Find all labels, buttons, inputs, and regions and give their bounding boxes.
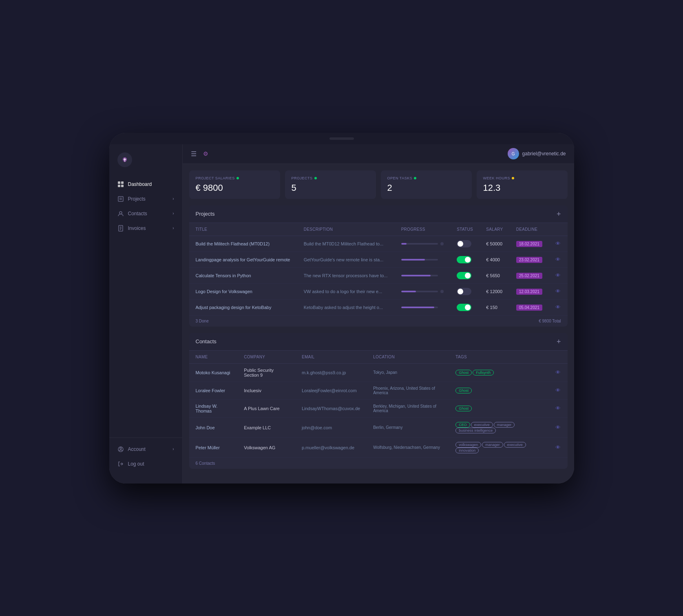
view-icon[interactable]: 👁 (555, 424, 561, 431)
hours-dot (512, 177, 514, 179)
contact-row: Lindsay W. Thomas A Plus Lawn Care Linds… (189, 399, 568, 417)
sidebar-item-account[interactable]: Account › (109, 442, 182, 457)
view-icon[interactable]: 👁 (555, 241, 561, 247)
projects-header: Projects + (189, 205, 568, 223)
stat-card-tasks: OPEN TASKS 2 (381, 170, 472, 199)
contacts-count: 6 Contacts (196, 461, 215, 466)
project-status[interactable] (450, 283, 480, 299)
project-progress (395, 267, 451, 283)
contact-view[interactable]: 👁 (549, 437, 567, 457)
project-status[interactable] (450, 252, 480, 267)
projects-add-button[interactable]: + (557, 210, 561, 218)
projects-section: Projects + Title Description Progress St… (189, 205, 568, 327)
contact-row: Motoko Kusanagi Public Security Section … (189, 363, 568, 382)
svg-rect-1 (121, 181, 124, 184)
status-toggle[interactable] (457, 288, 471, 295)
project-deadline: 12.03.2021 (510, 283, 549, 299)
view-icon[interactable]: 👁 (555, 405, 561, 411)
svg-rect-3 (121, 185, 124, 187)
project-deadline: 25.02.2021 (510, 267, 549, 283)
view-icon[interactable]: 👁 (555, 256, 561, 263)
project-salary: € 150 (480, 299, 509, 315)
menu-icon[interactable]: ☰ (191, 150, 197, 158)
projects-dot (314, 177, 317, 179)
project-view[interactable]: 👁 (549, 299, 567, 315)
stat-label-tasks: OPEN TASKS (387, 176, 465, 180)
contact-email: john@doe.com (295, 417, 367, 437)
project-progress (395, 236, 451, 252)
col-deadline: Deadline (510, 223, 549, 236)
contact-name: Loralee Fowler (189, 382, 238, 399)
view-icon[interactable]: 👁 (555, 272, 561, 278)
contacts-add-button[interactable]: + (557, 338, 561, 345)
contact-tags: Ghost (449, 399, 549, 417)
project-status[interactable] (450, 236, 480, 252)
view-icon[interactable]: 👁 (555, 387, 561, 393)
sidebar-item-dashboard[interactable]: Dashboard (109, 177, 182, 192)
col-tags: Tags (449, 351, 549, 364)
contact-tag: manager (494, 422, 515, 428)
view-icon[interactable]: 👁 (555, 304, 561, 310)
view-icon[interactable]: 👁 (555, 369, 561, 375)
col-company: Company (237, 351, 295, 364)
contact-view[interactable]: 👁 (549, 399, 567, 417)
projects-footer: 3 Done € 9800 Total (189, 315, 568, 327)
contact-view[interactable]: 👁 (549, 363, 567, 382)
status-toggle[interactable] (457, 240, 471, 247)
sidebar-item-invoices[interactable]: Invoices › (109, 221, 182, 236)
view-icon[interactable]: 👁 (555, 288, 561, 294)
project-view[interactable]: 👁 (549, 267, 567, 283)
tablet-camera (329, 137, 354, 140)
project-status[interactable] (450, 267, 480, 283)
contact-email: p.mueller@volkswagen.de (295, 437, 367, 457)
account-chevron: › (172, 447, 174, 451)
col-name: Name (189, 351, 238, 364)
contact-company: A Plus Lawn Care (237, 399, 295, 417)
project-progress (395, 252, 451, 267)
invoices-label: Invoices (128, 225, 146, 231)
col-actions (549, 223, 567, 236)
contact-company: Incluesiv (237, 382, 295, 399)
col-progress: Progress (395, 223, 451, 236)
contact-row: Loralee Fowler Incluesiv LoraleejFowler@… (189, 382, 568, 399)
contacts-section: Contacts + Name Company Email Location T… (189, 333, 568, 469)
contact-view[interactable]: 👁 (549, 417, 567, 437)
contact-row: John Doe Example LLC john@doe.com Berlin… (189, 417, 568, 437)
contact-tags: GhostFullsynth (449, 363, 549, 382)
contact-tag: executive (471, 422, 493, 428)
user-avatar: G (508, 148, 519, 159)
stat-label-hours: WEEK HOURS (483, 176, 561, 180)
view-icon[interactable]: 👁 (555, 444, 561, 450)
logout-label: Log out (128, 461, 144, 467)
sidebar-item-logout[interactable]: Log out (109, 457, 182, 471)
contact-company: Public Security Section 9 (237, 363, 295, 382)
sidebar-item-contacts[interactable]: Contacts › (109, 206, 182, 221)
project-salary: € 50000 (480, 236, 509, 252)
stat-value-salaries: € 9800 (196, 183, 274, 193)
contact-row: Peter Müller Volkswagen AG p.mueller@vol… (189, 437, 568, 457)
project-salary: € 4000 (480, 252, 509, 267)
project-view[interactable]: 👁 (549, 236, 567, 252)
status-toggle[interactable] (457, 272, 471, 279)
project-description: Build the MT0D12 Militech Flathead to... (297, 236, 395, 252)
col-salary: Salary (480, 223, 509, 236)
settings-icon[interactable]: ⚙ (203, 150, 208, 157)
stat-label-salaries: PROJECT SALARIES (196, 176, 274, 180)
contact-view[interactable]: 👁 (549, 382, 567, 399)
stat-card-salaries: PROJECT SALARIES € 9800 (189, 170, 280, 199)
project-status[interactable] (450, 299, 480, 315)
project-description: The new RTX tensor processors have to... (297, 267, 395, 283)
project-view[interactable]: 👁 (549, 252, 567, 267)
project-deadline: 05.04.2021 (510, 299, 549, 315)
projects-done: 3 Done (196, 319, 209, 323)
project-salary: € 5650 (480, 267, 509, 283)
project-view[interactable]: 👁 (549, 283, 567, 299)
contact-location: Wolfsburg, Niedersachsen, Germany (367, 437, 449, 457)
contact-tag: Ghost (455, 388, 472, 393)
sidebar-item-projects[interactable]: Projects › (109, 192, 182, 206)
status-toggle[interactable] (457, 256, 471, 263)
contact-tags: volkswagenmanagerexecutiveinnovation (449, 437, 549, 457)
tasks-dot (414, 177, 416, 179)
status-toggle[interactable] (457, 304, 471, 311)
project-title: Landingpage analysis for GetYourGuide re… (189, 252, 297, 267)
